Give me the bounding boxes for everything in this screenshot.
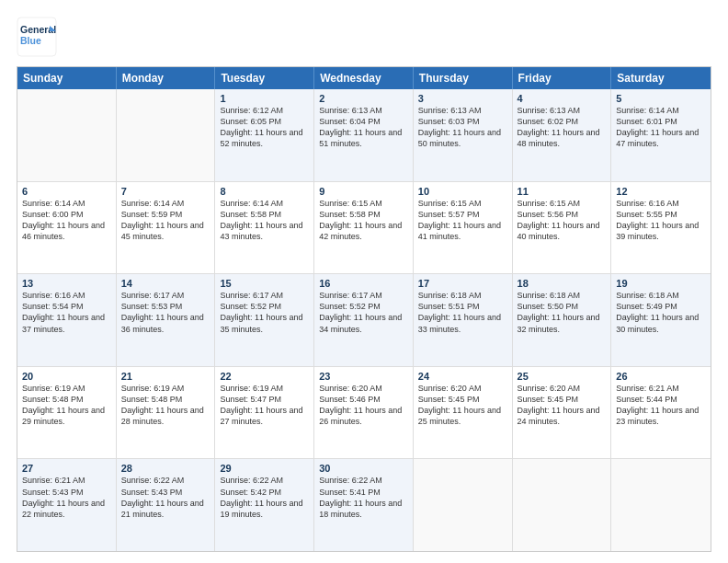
- day-number: 27: [22, 463, 111, 474]
- daylight-text: Daylight: 11 hours and 29 minutes.: [22, 405, 111, 427]
- sunrise-text: Sunrise: 6:14 AM: [616, 105, 706, 116]
- logo: General Blue: [17, 17, 57, 57]
- sunset-text: Sunset: 5:44 PM: [616, 394, 706, 405]
- cal-cell-r3c5: 25Sunrise: 6:20 AMSunset: 5:45 PMDayligh…: [513, 367, 612, 459]
- cal-cell-r3c4: 24Sunrise: 6:20 AMSunset: 5:45 PMDayligh…: [414, 367, 513, 459]
- daylight-text: Daylight: 11 hours and 37 minutes.: [22, 312, 111, 334]
- cal-cell-r4c4: [414, 459, 513, 551]
- sunrise-text: Sunrise: 6:13 AM: [518, 105, 607, 116]
- cal-cell-r0c4: 3Sunrise: 6:13 AMSunset: 6:03 PMDaylight…: [414, 89, 513, 181]
- sunrise-text: Sunrise: 6:19 AM: [220, 383, 309, 394]
- day-number: 9: [319, 186, 408, 197]
- cal-cell-r4c3: 30Sunrise: 6:22 AMSunset: 5:41 PMDayligh…: [314, 459, 414, 551]
- calendar-row-1: 6Sunrise: 6:14 AMSunset: 6:00 PMDaylight…: [17, 181, 711, 274]
- logo-svg: General Blue: [17, 17, 57, 57]
- sunset-text: Sunset: 6:00 PM: [22, 209, 111, 220]
- cal-cell-r3c3: 23Sunrise: 6:20 AMSunset: 5:46 PMDayligh…: [314, 367, 414, 459]
- daylight-text: Daylight: 11 hours and 25 minutes.: [418, 405, 507, 427]
- sunrise-text: Sunrise: 6:15 AM: [518, 198, 607, 209]
- daylight-text: Daylight: 11 hours and 50 minutes.: [418, 127, 507, 149]
- day-number: 23: [319, 371, 408, 382]
- day-number: 2: [319, 93, 408, 104]
- sunset-text: Sunset: 5:52 PM: [220, 301, 309, 312]
- sunrise-text: Sunrise: 6:20 AM: [418, 383, 507, 394]
- daylight-text: Daylight: 11 hours and 27 minutes.: [220, 405, 309, 427]
- cal-cell-r0c3: 2Sunrise: 6:13 AMSunset: 6:04 PMDaylight…: [314, 89, 414, 181]
- cal-cell-r0c6: 5Sunrise: 6:14 AMSunset: 6:01 PMDaylight…: [611, 89, 711, 181]
- day-number: 16: [319, 278, 408, 289]
- cal-cell-r4c2: 29Sunrise: 6:22 AMSunset: 5:42 PMDayligh…: [215, 459, 314, 551]
- day-number: 19: [616, 278, 706, 289]
- sunrise-text: Sunrise: 6:20 AM: [319, 383, 408, 394]
- sunset-text: Sunset: 5:58 PM: [220, 209, 309, 220]
- sunrise-text: Sunrise: 6:17 AM: [319, 290, 408, 301]
- day-number: 28: [121, 463, 210, 474]
- daylight-text: Daylight: 11 hours and 41 minutes.: [418, 220, 507, 242]
- cal-cell-r1c6: 12Sunrise: 6:16 AMSunset: 5:55 PMDayligh…: [611, 182, 711, 274]
- cal-cell-r2c6: 19Sunrise: 6:18 AMSunset: 5:49 PMDayligh…: [611, 274, 711, 366]
- day-number: 1: [220, 93, 309, 104]
- sunset-text: Sunset: 5:41 PM: [319, 487, 408, 498]
- day-number: 17: [418, 278, 507, 289]
- day-number: 24: [418, 371, 507, 382]
- daylight-text: Daylight: 11 hours and 51 minutes.: [319, 127, 408, 149]
- day-number: 13: [22, 278, 111, 289]
- day-number: 5: [616, 93, 706, 104]
- cal-cell-r4c1: 28Sunrise: 6:22 AMSunset: 5:43 PMDayligh…: [117, 459, 216, 551]
- cal-cell-r0c1: [117, 89, 216, 181]
- sunset-text: Sunset: 5:54 PM: [22, 301, 111, 312]
- day-number: 11: [518, 186, 607, 197]
- cal-cell-r1c5: 11Sunrise: 6:15 AMSunset: 5:56 PMDayligh…: [513, 182, 612, 274]
- sunset-text: Sunset: 5:56 PM: [518, 209, 607, 220]
- page: General Blue SundayMondayTuesdayWednesda…: [0, 0, 728, 563]
- sunrise-text: Sunrise: 6:15 AM: [418, 198, 507, 209]
- cal-cell-r2c2: 15Sunrise: 6:17 AMSunset: 5:52 PMDayligh…: [215, 274, 314, 366]
- sunset-text: Sunset: 5:52 PM: [319, 301, 408, 312]
- day-number: 6: [22, 186, 111, 197]
- sunset-text: Sunset: 5:58 PM: [319, 209, 408, 220]
- day-number: 20: [22, 371, 111, 382]
- daylight-text: Daylight: 11 hours and 40 minutes.: [518, 220, 607, 242]
- daylight-text: Daylight: 11 hours and 43 minutes.: [220, 220, 309, 242]
- cal-header-saturday: Saturday: [611, 67, 711, 89]
- daylight-text: Daylight: 11 hours and 39 minutes.: [616, 220, 706, 242]
- daylight-text: Daylight: 11 hours and 26 minutes.: [319, 405, 408, 427]
- sunset-text: Sunset: 6:01 PM: [616, 116, 706, 127]
- cal-cell-r0c0: [17, 89, 117, 181]
- cal-cell-r1c4: 10Sunrise: 6:15 AMSunset: 5:57 PMDayligh…: [414, 182, 513, 274]
- daylight-text: Daylight: 11 hours and 34 minutes.: [319, 312, 408, 334]
- sunset-text: Sunset: 5:55 PM: [616, 209, 706, 220]
- day-number: 22: [220, 371, 309, 382]
- sunset-text: Sunset: 5:48 PM: [121, 394, 210, 405]
- day-number: 18: [518, 278, 607, 289]
- cal-header-thursday: Thursday: [414, 67, 513, 89]
- day-number: 29: [220, 463, 309, 474]
- day-number: 12: [616, 186, 706, 197]
- sunset-text: Sunset: 6:02 PM: [518, 116, 607, 127]
- calendar: SundayMondayTuesdayWednesdayThursdayFrid…: [17, 66, 711, 552]
- cal-header-sunday: Sunday: [17, 67, 117, 89]
- daylight-text: Daylight: 11 hours and 32 minutes.: [518, 312, 607, 334]
- daylight-text: Daylight: 11 hours and 21 minutes.: [121, 498, 210, 520]
- day-number: 25: [518, 371, 607, 382]
- cal-cell-r0c2: 1Sunrise: 6:12 AMSunset: 6:05 PMDaylight…: [215, 89, 314, 181]
- sunset-text: Sunset: 5:57 PM: [418, 209, 507, 220]
- cal-cell-r4c6: [611, 459, 711, 551]
- sunset-text: Sunset: 5:43 PM: [121, 487, 210, 498]
- daylight-text: Daylight: 11 hours and 52 minutes.: [220, 127, 309, 149]
- day-number: 30: [319, 463, 408, 474]
- daylight-text: Daylight: 11 hours and 46 minutes.: [22, 220, 111, 242]
- sunrise-text: Sunrise: 6:14 AM: [220, 198, 309, 209]
- header: General Blue: [17, 17, 711, 57]
- sunrise-text: Sunrise: 6:19 AM: [121, 383, 210, 394]
- day-number: 3: [418, 93, 507, 104]
- sunrise-text: Sunrise: 6:20 AM: [518, 383, 607, 394]
- cal-cell-r1c2: 8Sunrise: 6:14 AMSunset: 5:58 PMDaylight…: [215, 182, 314, 274]
- sunrise-text: Sunrise: 6:17 AM: [220, 290, 309, 301]
- daylight-text: Daylight: 11 hours and 47 minutes.: [616, 127, 706, 149]
- sunset-text: Sunset: 5:45 PM: [518, 394, 607, 405]
- daylight-text: Daylight: 11 hours and 48 minutes.: [518, 127, 607, 149]
- day-number: 26: [616, 371, 706, 382]
- cal-cell-r2c5: 18Sunrise: 6:18 AMSunset: 5:50 PMDayligh…: [513, 274, 612, 366]
- cal-cell-r2c4: 17Sunrise: 6:18 AMSunset: 5:51 PMDayligh…: [414, 274, 513, 366]
